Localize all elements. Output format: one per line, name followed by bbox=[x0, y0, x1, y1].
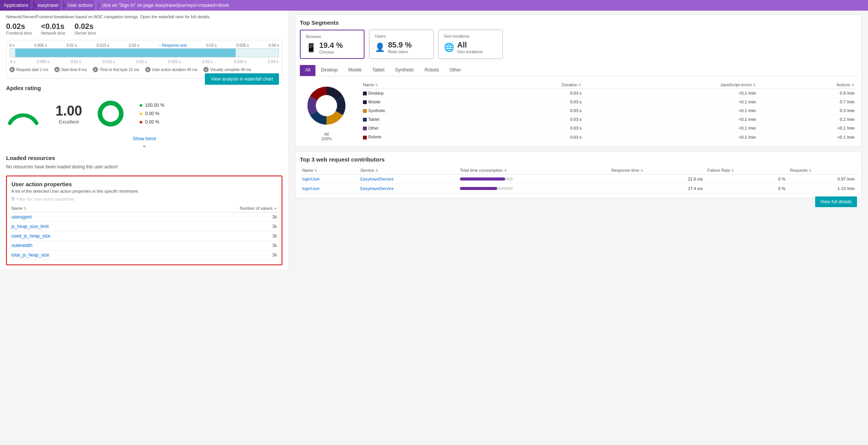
prop-name-cell[interactable]: useragent bbox=[11, 212, 147, 222]
contrib-name-cell[interactable]: loginUser bbox=[300, 184, 358, 193]
seg-jserrors-cell: <0.1 /min bbox=[584, 89, 758, 98]
contrib-bar-cell bbox=[458, 174, 609, 184]
segment-table-row: Mobile 0.03 s <0.1 /min 0.7 /min bbox=[361, 98, 857, 106]
contrib-service-cell[interactable]: EasytravelService bbox=[358, 174, 458, 184]
prop-table-row: js_heap_size_limit 3k bbox=[11, 222, 277, 231]
prop-name-cell[interactable]: total_js_heap_size bbox=[11, 250, 147, 260]
waterfall-labels: 0 s 0.005 s 0.01 s 0.015 s 0.02 s ↑ Resp… bbox=[10, 43, 279, 48]
tab-robots[interactable]: Robots bbox=[419, 65, 444, 76]
prop-name-cell[interactable]: outerwidth bbox=[11, 241, 147, 250]
contrib-bar-cell bbox=[458, 184, 609, 193]
values-sort-icon[interactable]: ▼ bbox=[274, 207, 277, 211]
prop-table-row: useragent 3k bbox=[11, 212, 277, 222]
segment-card-title: Browser bbox=[306, 34, 358, 39]
progress-bar bbox=[460, 187, 497, 190]
seg-jserrors-cell: <0.1 /min bbox=[584, 98, 758, 106]
prop-table-row: used_js_heap_size 3k bbox=[11, 231, 277, 241]
seg-name-cell: Tablet bbox=[361, 115, 478, 124]
segments-table: Name ⇅ Duration ⇅ JavaScript errors ⇅ Ac… bbox=[361, 81, 857, 142]
prop-table-row: outerwidth 3k bbox=[11, 241, 277, 250]
tab-tablet[interactable]: Tablet bbox=[367, 65, 390, 76]
prop-name-cell[interactable]: used_js_heap_size bbox=[11, 231, 147, 241]
prop-values-cell: 3k bbox=[147, 222, 277, 231]
segment-card[interactable]: Geo locations 🌐 All Geo locations bbox=[438, 30, 503, 59]
segment-card[interactable]: Users 👤 85.9 % Real users bbox=[369, 30, 434, 59]
contrib-failure-cell: 0 % bbox=[705, 184, 787, 193]
event-user-action-duration: A User action duration 40 ms bbox=[145, 67, 198, 72]
contrib-requests-cell: 1.13 /min bbox=[788, 184, 857, 193]
segment-card-icon: 📱 bbox=[306, 43, 316, 53]
tabs-row: AllDesktopMobileTabletSyntheticRobotsOth… bbox=[300, 65, 857, 76]
event-first-byte: F Time to first byte 22 ms bbox=[93, 67, 139, 72]
info-bar: Network/Server/Frontend breakdown based … bbox=[6, 14, 282, 19]
apdex-legend: ● 100.00 % ● 0.00 % ● 0.00 % bbox=[139, 102, 164, 125]
contrib-requests-cell: 0.97 /min bbox=[788, 174, 857, 184]
seg-name-cell: Other bbox=[361, 124, 478, 133]
no-resources-text: No resources have been loaded during thi… bbox=[6, 164, 282, 169]
prop-values-cell: 3k bbox=[147, 250, 277, 260]
contrib-name-cell[interactable]: loginUser bbox=[300, 174, 358, 184]
seg-actions-cell: 0.3 /min bbox=[758, 106, 857, 115]
prop-values-cell: 3k bbox=[147, 231, 277, 241]
segment-table-row: Robots 0.03 s <0.1 /min <0.1 /min bbox=[361, 133, 857, 141]
event-request-start: R Request start 1 ms bbox=[10, 67, 48, 72]
contributor-row: loginUser EasytravelService 17.4 ms 0 % … bbox=[300, 184, 857, 193]
seg-actions-cell: 0.2 /min bbox=[758, 115, 857, 124]
show-trend-link[interactable]: Show trend bbox=[6, 136, 282, 141]
seg-color-dot bbox=[363, 118, 367, 122]
seg-duration-cell: 0.03 s bbox=[478, 98, 584, 106]
seg-duration-cell: 0.03 s bbox=[478, 124, 584, 133]
tab-other[interactable]: Other bbox=[444, 65, 466, 76]
prop-name-cell[interactable]: js_heap_size_limit bbox=[11, 222, 147, 231]
segment-card-title: Users bbox=[375, 34, 428, 38]
view-analysis-button[interactable]: View analysis in waterfall chart bbox=[205, 73, 279, 85]
prop-table-row: total_js_heap_size 3k bbox=[11, 250, 277, 260]
tab-mobile[interactable]: Mobile bbox=[343, 65, 367, 76]
filter-row: ▽ Filter for User action properties bbox=[11, 196, 277, 201]
seg-color-dot bbox=[363, 92, 367, 95]
seg-actions-cell: <0.1 /min bbox=[758, 133, 857, 141]
contributor-row: loginUser EasytravelService 21.6 ms 0 % … bbox=[300, 174, 857, 184]
seg-actions-header: Actions ▼ bbox=[758, 81, 857, 89]
loaded-resources-section: Loaded resources No resources have been … bbox=[6, 155, 282, 169]
donut-inner-circle bbox=[316, 95, 337, 116]
seg-color-dot bbox=[363, 109, 367, 113]
breadcrumb-current-action: click on "Sign In" on page /easytravel/j… bbox=[94, 0, 868, 11]
seg-name-header: Name ⇅ bbox=[361, 81, 478, 89]
seg-color-dot bbox=[363, 100, 367, 104]
tab-desktop[interactable]: Desktop bbox=[315, 65, 343, 76]
seg-actions-cell: 0.9 /min bbox=[758, 89, 857, 98]
apdex-title: Apdex rating bbox=[6, 85, 282, 91]
properties-table: Name ⇅ Number of values ▼ useragent 3k j… bbox=[11, 204, 277, 260]
contributors-table: Name ⇅ Service ⇅ Total time consumption … bbox=[300, 166, 857, 193]
segments-donut-svg bbox=[302, 81, 351, 130]
segment-cards-row: Browser 📱 19.4 % Chrome Users 👤 85.9 % R… bbox=[300, 30, 857, 59]
prop-values-header: Number of values ▼ bbox=[147, 204, 277, 212]
seg-name-cell: Synthetic bbox=[361, 106, 478, 115]
segment-card-value: 85.9 % bbox=[388, 41, 412, 49]
seg-duration-cell: 0.03 s bbox=[478, 115, 584, 124]
segment-card-sub: Real users bbox=[388, 49, 412, 54]
name-sort-icon[interactable]: ⇅ bbox=[24, 207, 27, 211]
prop-values-cell: 3k bbox=[147, 241, 277, 250]
segment-card-sub: Geo locations bbox=[457, 49, 483, 54]
segment-table-row: Tablet 0.03 s <0.1 /min 0.2 /min bbox=[361, 115, 857, 124]
segment-table-row: Desktop 0.03 s <0.1 /min 0.9 /min bbox=[361, 89, 857, 98]
view-full-details-button[interactable]: View full details bbox=[815, 196, 857, 207]
breadcrumb-applications[interactable]: Applications bbox=[0, 0, 33, 11]
chevron-down-icon[interactable]: ⌄ bbox=[6, 141, 282, 149]
event-start-time: N Start time 8 ms bbox=[54, 67, 87, 72]
tab-synthetic[interactable]: Synthetic bbox=[390, 65, 419, 76]
apdex-gauge-svg bbox=[6, 102, 40, 125]
segment-table-row: Other 0.03 s <0.1 /min <0.1 /min bbox=[361, 124, 857, 133]
tab-all[interactable]: All bbox=[300, 65, 315, 76]
contrib-service-cell[interactable]: EasytravelService bbox=[358, 184, 458, 193]
seg-duration-cell: 0.03 s bbox=[478, 89, 584, 98]
apdex-value-container: 1.00 Excellent bbox=[55, 103, 82, 125]
segment-card[interactable]: Browser 📱 19.4 % Chrome bbox=[300, 30, 364, 59]
breadcrumb: Applications easytravel User actions cli… bbox=[0, 0, 868, 11]
main-container: Network/Server/Frontend breakdown based … bbox=[0, 11, 868, 269]
prop-values-cell: 3k bbox=[147, 212, 277, 222]
segment-card-icon: 🌐 bbox=[444, 43, 454, 52]
seg-jserrors-cell: <0.1 /min bbox=[584, 133, 758, 141]
